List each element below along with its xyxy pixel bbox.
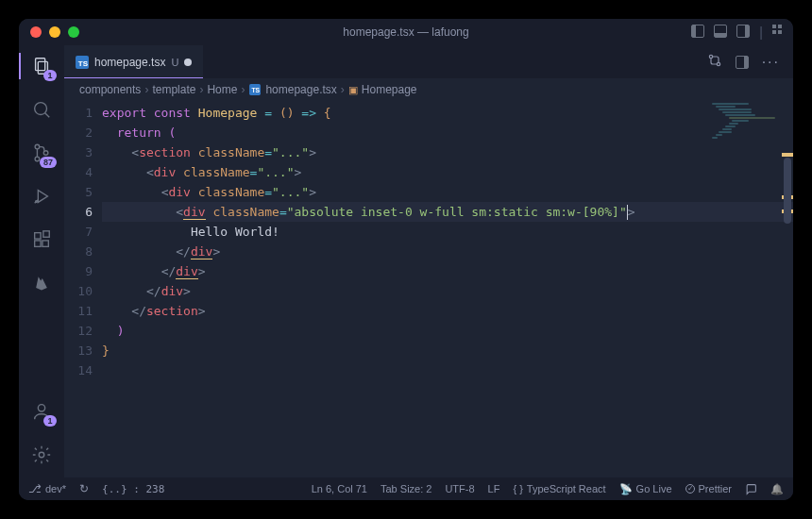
status-feedback[interactable]	[745, 483, 757, 495]
status-sync[interactable]	[79, 482, 89, 495]
status-notifications[interactable]	[770, 483, 784, 495]
tab-homepage[interactable]: TS homepage.tsx U	[64, 45, 203, 78]
chevron-right-icon: ›	[144, 83, 148, 96]
svg-point-5	[35, 157, 40, 161]
breadcrumb-segment[interactable]: template	[152, 83, 195, 96]
svg-rect-11	[42, 241, 48, 246]
status-cursor-position[interactable]: Ln 6, Col 71	[312, 483, 367, 494]
symbol-variable-icon: ▣	[348, 84, 358, 96]
chevron-right-icon: ›	[341, 83, 345, 96]
run-debug-icon[interactable]	[28, 183, 55, 209]
scm-badge: 87	[40, 157, 57, 168]
tab-git-status: U	[171, 57, 178, 68]
customize-layout-icon[interactable]	[772, 25, 782, 34]
breadcrumb-segment[interactable]: Homepage	[362, 83, 417, 96]
svg-point-16	[717, 62, 719, 65]
svg-line-3	[45, 113, 50, 118]
status-tab-size[interactable]: Tab Size: 2	[381, 483, 431, 494]
chevron-right-icon: ›	[199, 83, 203, 96]
svg-marker-7	[38, 191, 47, 203]
svg-point-4	[35, 144, 40, 149]
editor[interactable]: 12345 6 7891011121314 export const Homep…	[64, 101, 793, 477]
compare-changes-icon[interactable]	[707, 53, 722, 72]
unsaved-dot-icon	[184, 59, 192, 66]
svg-point-15	[709, 55, 712, 58]
toggle-panel-icon[interactable]	[714, 25, 727, 38]
account-badge: 1	[43, 415, 57, 427]
sync-icon	[79, 482, 89, 495]
extensions-icon[interactable]	[28, 226, 55, 253]
account-icon[interactable]: 1	[28, 398, 55, 425]
status-prettier[interactable]: Prettier	[685, 483, 732, 494]
typescript-react-icon: TS	[76, 56, 89, 69]
breadcrumb[interactable]: components › template › Home › TS homepa…	[64, 78, 793, 101]
explorer-icon[interactable]: 1	[28, 53, 55, 79]
titlebar: homepage.tsx — lafuong |	[19, 19, 793, 45]
settings-gear-icon[interactable]	[28, 442, 55, 468]
search-icon[interactable]	[28, 96, 55, 123]
more-actions-icon[interactable]: ···	[762, 54, 780, 71]
breadcrumb-segment[interactable]: homepage.tsx	[265, 83, 336, 96]
status-go-live[interactable]: 📡Go Live	[619, 483, 672, 495]
toggle-sidebar-left-icon[interactable]	[691, 25, 704, 38]
explorer-badge: 1	[43, 70, 57, 81]
chevron-right-icon: ›	[241, 83, 245, 96]
svg-rect-0	[36, 59, 45, 71]
maximize-window-button[interactable]	[68, 26, 79, 38]
titlebar-layout-controls: |	[691, 25, 782, 40]
svg-point-6	[43, 151, 48, 156]
close-window-button[interactable]	[30, 26, 42, 38]
minimap[interactable]	[712, 103, 778, 141]
broadcast-icon: 📡	[619, 483, 633, 495]
svg-rect-10	[35, 241, 41, 246]
firebase-icon[interactable]	[28, 270, 55, 296]
tab-bar: TS homepage.tsx U ···	[64, 45, 793, 78]
svg-point-13	[38, 405, 44, 411]
svg-rect-9	[35, 233, 41, 239]
line-number-gutter: 12345 6 7891011121314	[64, 101, 102, 477]
toggle-sidebar-right-icon[interactable]	[736, 25, 750, 38]
breadcrumb-segment[interactable]: Home	[207, 83, 237, 96]
tab-filename: homepage.tsx	[94, 56, 165, 69]
bell-icon	[770, 483, 784, 495]
traffic-lights	[30, 26, 79, 38]
git-branch-icon	[28, 482, 42, 495]
status-problems[interactable]: {..} : 238	[102, 483, 164, 495]
code-content[interactable]: export const Homepage = () => { return (…	[102, 101, 793, 477]
minimize-window-button[interactable]	[49, 26, 60, 38]
vertical-scrollbar[interactable]	[782, 101, 793, 477]
svg-point-14	[39, 452, 44, 458]
status-eol[interactable]: LF	[488, 483, 500, 494]
scrollbar-thumb[interactable]	[784, 158, 791, 224]
typescript-react-icon: TS	[249, 84, 261, 95]
status-bar: dev* {..} : 238 Ln 6, Col 71 Tab Size: 2…	[19, 477, 793, 500]
activity-bar: 1 87 1	[19, 45, 64, 477]
check-circle-icon	[685, 484, 695, 494]
split-editor-icon[interactable]	[736, 56, 749, 69]
status-language-mode[interactable]: { }TypeScript React	[513, 483, 605, 494]
braces-icon: { }	[513, 483, 522, 494]
vscode-window: homepage.tsx — lafuong | 1 87	[19, 19, 793, 500]
window-title: homepage.tsx — lafuong	[343, 25, 468, 39]
svg-rect-12	[43, 231, 49, 237]
source-control-icon[interactable]: 87	[28, 140, 55, 166]
svg-point-2	[35, 103, 47, 115]
status-branch[interactable]: dev*	[28, 482, 66, 495]
status-encoding[interactable]: UTF-8	[445, 483, 474, 494]
breadcrumb-segment[interactable]: components	[79, 83, 141, 96]
